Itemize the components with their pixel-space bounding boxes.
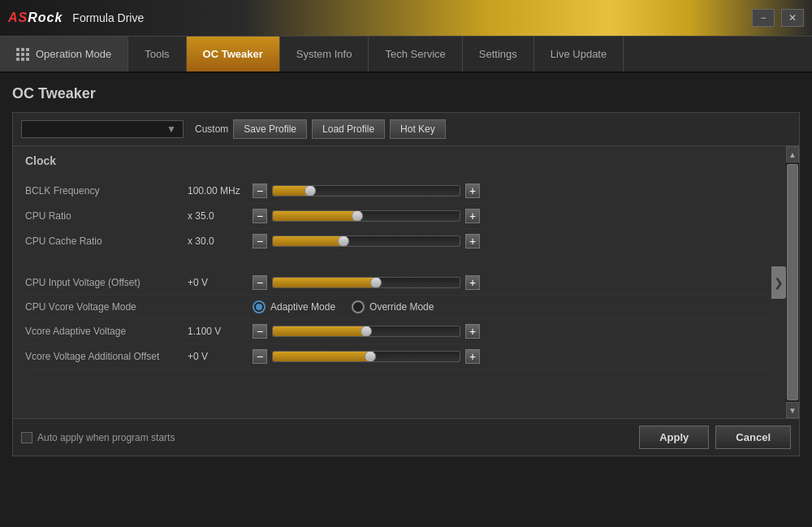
adaptive-mode-option[interactable]: Adaptive Mode xyxy=(253,300,335,313)
bclk-frequency-row: BCLK Frequency 100.00 MHz − + xyxy=(25,179,775,204)
cpu-vcore-mode-label: CPU Vcore Voltage Mode xyxy=(25,301,188,313)
right-panel-arrow[interactable]: ❯ xyxy=(771,266,786,299)
cpu-ratio-slider-track[interactable] xyxy=(272,210,460,222)
cpu-cache-ratio-row: CPU Cache Ratio x 30.0 − + xyxy=(25,229,775,254)
page-title: OC Tweaker xyxy=(12,85,800,102)
cpu-ratio-increase-button[interactable]: + xyxy=(465,209,480,223)
vcore-offset-slider-track[interactable] xyxy=(272,351,460,362)
cpu-cache-ratio-slider-container: − + xyxy=(253,234,480,248)
vcore-mode-radio-group: Adaptive Mode Override Mode xyxy=(253,300,434,313)
profile-value: Custom xyxy=(195,123,228,135)
adaptive-mode-label: Adaptive Mode xyxy=(270,301,335,313)
app-title: Formula Drive xyxy=(72,11,144,24)
cpu-input-voltage-label: CPU Input Voltage (Offset) xyxy=(25,277,188,288)
auto-apply-checkbox[interactable] xyxy=(21,432,32,443)
cpu-cache-ratio-label: CPU Cache Ratio xyxy=(25,235,188,247)
profile-select[interactable]: ▼ xyxy=(21,120,184,138)
vcore-adaptive-slider-container: − + xyxy=(253,324,480,339)
profile-bar: ▼ Custom Save Profile Load Profile Hot K… xyxy=(13,113,799,146)
cpu-input-voltage-row: CPU Input Voltage (Offset) +0 V − + xyxy=(25,270,775,296)
nav-settings[interactable]: Settings xyxy=(463,37,534,71)
vcore-adaptive-slider-track[interactable] xyxy=(272,326,460,337)
close-button[interactable]: ✕ xyxy=(781,9,804,27)
page-content: OC Tweaker ▼ Custom Save Profile Load Pr… xyxy=(0,73,812,527)
operation-mode-button[interactable]: Operation Mode xyxy=(0,37,128,71)
auto-apply-label: Auto apply when program starts xyxy=(37,432,175,443)
hot-key-button[interactable]: Hot Key xyxy=(390,119,446,139)
load-profile-button[interactable]: Load Profile xyxy=(312,119,385,139)
cpu-ratio-slider-container: − + xyxy=(253,209,480,223)
scrollbar: ▲ ▼ xyxy=(786,146,799,418)
vcore-adaptive-label: Vcore Adaptive Voltage xyxy=(25,326,188,337)
title-controls: − ✕ xyxy=(752,9,804,27)
vcore-adaptive-voltage-row: Vcore Adaptive Voltage 1.100 V − + xyxy=(25,319,775,344)
operation-mode-label: Operation Mode xyxy=(36,48,111,60)
save-profile-button[interactable]: Save Profile xyxy=(233,119,307,139)
override-mode-option[interactable]: Override Mode xyxy=(352,300,434,313)
cpu-vcore-mode-row: CPU Vcore Voltage Mode Adaptive Mode Ove… xyxy=(25,296,775,319)
title-bar: ASRock Formula Drive − ✕ xyxy=(0,0,812,37)
scroll-area: Clock BCLK Frequency 100.00 MHz − + xyxy=(13,146,799,418)
bclk-slider-container: − + xyxy=(253,184,480,198)
scroll-thumb[interactable] xyxy=(787,164,798,400)
bclk-value: 100.00 MHz xyxy=(188,185,253,197)
title-bar-left: ASRock Formula Drive xyxy=(8,11,144,25)
auto-apply-option: Auto apply when program starts xyxy=(21,432,175,443)
bclk-decrease-button[interactable]: − xyxy=(253,184,267,198)
override-mode-radio[interactable] xyxy=(352,300,365,313)
clock-section-title: Clock xyxy=(25,154,775,171)
cpu-input-voltage-slider-container: − + xyxy=(253,275,480,290)
grid-icon xyxy=(16,48,29,61)
nav-system-info[interactable]: System Info xyxy=(280,37,369,71)
cpu-input-voltage-slider-track[interactable] xyxy=(272,277,460,288)
nav-bar: Operation Mode Tools OC Tweaker System I… xyxy=(0,37,812,73)
main-panel: ▼ Custom Save Profile Load Profile Hot K… xyxy=(12,112,800,456)
bclk-slider-track[interactable] xyxy=(272,185,460,197)
cpu-ratio-label: CPU Ratio xyxy=(25,210,188,222)
cpu-ratio-value: x 35.0 xyxy=(188,210,253,222)
vcore-offset-slider-container: − + xyxy=(253,349,480,364)
vcore-offset-row: Vcore Voltage Additional Offset +0 V − + xyxy=(25,344,775,369)
action-buttons: Apply Cancel xyxy=(639,425,791,449)
scroll-down-button[interactable]: ▼ xyxy=(786,402,799,418)
nav-tech-service[interactable]: Tech Service xyxy=(369,37,462,71)
nav-oc-tweaker[interactable]: OC Tweaker xyxy=(187,37,280,71)
vcore-adaptive-increase-button[interactable]: + xyxy=(465,324,480,339)
cpu-input-voltage-decrease-button[interactable]: − xyxy=(253,275,267,290)
dropdown-icon: ▼ xyxy=(166,123,176,135)
vcore-adaptive-value: 1.100 V xyxy=(188,326,253,337)
nav-tools[interactable]: Tools xyxy=(128,37,186,71)
cancel-button[interactable]: Cancel xyxy=(715,425,791,449)
cpu-input-voltage-value: +0 V xyxy=(188,277,253,288)
vcore-offset-increase-button[interactable]: + xyxy=(465,349,480,364)
vcore-adaptive-decrease-button[interactable]: − xyxy=(253,324,267,339)
override-mode-label: Override Mode xyxy=(369,301,434,313)
bclk-increase-button[interactable]: + xyxy=(465,184,480,198)
bottom-controls: Auto apply when program starts Apply Can… xyxy=(13,418,799,456)
scroll-up-button[interactable]: ▲ xyxy=(786,146,799,162)
cpu-cache-ratio-decrease-button[interactable]: − xyxy=(253,234,267,248)
cpu-ratio-decrease-button[interactable]: − xyxy=(253,209,267,223)
minimize-button[interactable]: − xyxy=(752,9,775,27)
cpu-input-voltage-increase-button[interactable]: + xyxy=(465,275,480,290)
cpu-cache-ratio-slider-track[interactable] xyxy=(272,235,460,247)
app-logo: ASRock xyxy=(8,11,63,25)
apply-button[interactable]: Apply xyxy=(639,425,709,449)
cpu-ratio-row: CPU Ratio x 35.0 − + xyxy=(25,204,775,229)
vcore-offset-value: +0 V xyxy=(188,351,253,362)
nav-live-update[interactable]: Live Update xyxy=(534,37,624,71)
cpu-cache-ratio-value: x 30.0 xyxy=(188,235,253,247)
vcore-offset-decrease-button[interactable]: − xyxy=(253,349,267,364)
adaptive-mode-radio[interactable] xyxy=(253,300,266,313)
cpu-cache-ratio-increase-button[interactable]: + xyxy=(465,234,480,248)
vcore-offset-label: Vcore Voltage Additional Offset xyxy=(25,351,188,362)
bclk-label: BCLK Frequency xyxy=(25,185,188,197)
